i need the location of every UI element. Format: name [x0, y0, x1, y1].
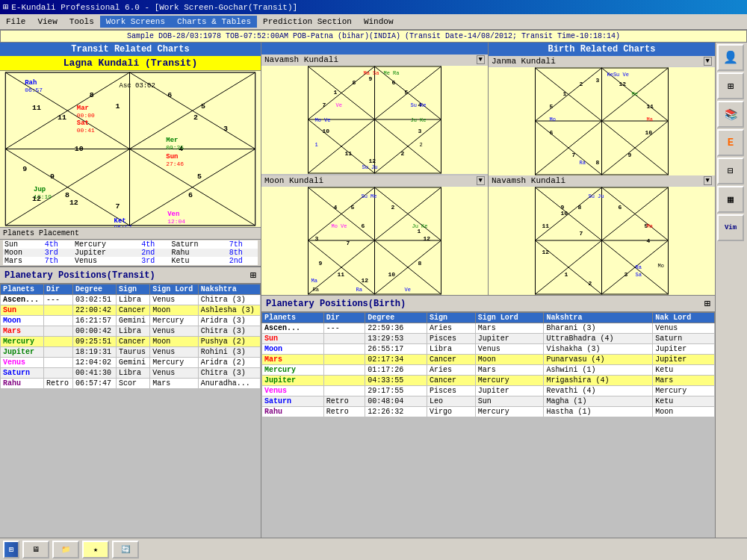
menu-bar: File View Tools Work Screens Charts & Ta… [0, 14, 747, 30]
svg-text:Mer: Mer [166, 137, 178, 144]
planet-transit-title: Planetary Positions(Transit) [4, 270, 155, 281]
grid3-icon: ▦ [728, 193, 734, 205]
grid-button[interactable]: ⊞ [717, 72, 744, 99]
planet-signlord: Mars [475, 365, 544, 376]
bth-dir: Dir [323, 313, 365, 323]
planet-nakshtra: Chitra (3) [198, 295, 260, 305]
svg-text:27:46: 27:46 [166, 161, 184, 167]
planet-nakshtra: Ashlesha (3) [198, 305, 260, 316]
svg-text:Su Ju: Su Ju [362, 164, 378, 170]
bottom-charts-row: Moon Kundali ▼ [261, 175, 715, 295]
from-janma-moon-label: Sun4th Mercury4th Saturn7th Moon3rd Jupi… [0, 240, 261, 267]
navamsh-svg: 9 8 6 5 4 3 2 12 11 10 7 1 [261, 66, 488, 174]
planet-dir [44, 326, 73, 337]
planet-signlord: Moon [475, 355, 544, 365]
start-button[interactable]: ⊞ [3, 541, 19, 559]
planet-degree: 09:25:51 [73, 337, 117, 347]
svg-text:12: 12 [619, 81, 627, 87]
menu-charts[interactable]: Charts & Tables [171, 16, 257, 28]
svg-text:5: 5 [197, 172, 202, 181]
svg-text:5: 5 [201, 102, 205, 111]
svg-text:2: 2 [193, 113, 198, 122]
menu-window[interactable]: Window [358, 16, 400, 28]
svg-text:12: 12 [69, 199, 78, 207]
taskbar-btn1[interactable]: 🖥 [22, 541, 49, 559]
planet-sign: Cancer [117, 305, 150, 316]
svg-text:6: 6 [167, 91, 172, 99]
book-button[interactable]: 📚 [717, 101, 744, 128]
svg-text:Mar: Mar [77, 105, 89, 112]
table-row: Ascen... --- 03:02:51 Libra Venus Chitra… [1, 295, 261, 305]
planet-signlord: Venus [150, 326, 198, 337]
transit-table-container[interactable]: Planets Dir Degree Sign Sign Lord Naksht… [0, 284, 261, 560]
person-button[interactable]: 👤 [717, 44, 744, 71]
title-text: E-Kundali Professional 6.0 - [Work Scree… [11, 3, 297, 12]
planet-degree: 00:41:30 [73, 368, 117, 379]
bth-planets: Planets [262, 313, 324, 323]
svg-text:7: 7 [116, 202, 120, 211]
planet-nakshtra: Hastha (1) [544, 407, 653, 417]
taskbar-btn3[interactable]: ★ [82, 541, 109, 559]
grid2-button[interactable]: ⊟ [717, 158, 744, 184]
planet-name: Mars [262, 355, 324, 365]
planet-sign: Pisces [427, 334, 476, 344]
th-dir: Dir [44, 284, 73, 295]
svg-text:Ra: Ra [313, 287, 319, 293]
planet-naklord: Ketu [653, 365, 715, 376]
svg-text:7: 7 [580, 230, 583, 237]
table-row: Sun 13:29:53 Pisces Jupiter UttraBhadra … [262, 334, 715, 344]
grid-icon-transit[interactable]: ⊞ [250, 269, 256, 281]
menu-file[interactable]: File [0, 16, 31, 28]
right-sidebar: 👤 ⊞ 📚 E ⊟ ▦ Vim [716, 43, 747, 560]
bth-naklord: Nak Lord [653, 313, 715, 323]
svg-text:Me: Me [632, 91, 638, 97]
navamsh-transit-dropdown[interactable]: ▼ [477, 55, 485, 64]
table-row: Mercury 01:17:26 Aries Mars Ashwini (1) … [262, 365, 715, 376]
th-sign: Sign [117, 284, 150, 295]
svg-text:Ju Ke: Ju Ke [411, 117, 427, 123]
menu-workscreens[interactable]: Work Screens [100, 16, 171, 28]
th-signlord: Sign Lord [150, 284, 198, 295]
planet-degree: 13:29:53 [365, 334, 427, 344]
navamsh-birth-chart: Su Ju 9 8 6 5 4 3 2 1 12 11 10 M [489, 187, 715, 295]
navamsh-birth-dropdown[interactable]: ▼ [704, 176, 712, 185]
vim-button[interactable]: Vim [717, 214, 744, 241]
svg-text:8: 8 [596, 159, 600, 166]
table-row: Moon 16:21:57 Gemini Mercury Aridra (3) [1, 316, 261, 326]
planet-dir [323, 344, 365, 355]
svg-text:11: 11 [32, 104, 41, 112]
svg-text:9: 9 [628, 152, 632, 158]
planet-degree: 22:00:42 [73, 305, 117, 316]
planet-dir: Retro [323, 396, 365, 407]
svg-text:11: 11 [542, 223, 550, 229]
bth-degree: Degree [365, 313, 427, 323]
svg-text:Ve: Ve [405, 287, 411, 293]
svg-text:Sun: Sun [166, 153, 178, 161]
planet-dir [44, 316, 73, 326]
planet-dir [323, 365, 365, 376]
menu-view[interactable]: View [31, 16, 63, 28]
birth-table-container[interactable]: Planets Dir Degree Sign Sign Lord Naksht… [261, 312, 715, 554]
taskbar-btn4[interactable]: 🔄 [112, 541, 139, 559]
planet-dir [44, 337, 73, 347]
svg-text:6: 6 [392, 79, 396, 86]
svg-text:2: 2 [420, 142, 423, 148]
moon-kundali-dropdown[interactable]: ▼ [477, 176, 485, 185]
menu-prediction[interactable]: Prediction Section [257, 16, 358, 28]
planet-name: Rahu [262, 407, 324, 417]
e-button[interactable]: E [717, 129, 744, 156]
janma-kundali-dropdown[interactable]: ▼ [704, 57, 712, 66]
taskbar-btn2[interactable]: 📁 [52, 541, 79, 559]
menu-tools[interactable]: Tools [63, 16, 100, 28]
taskbar-icon3: ★ [93, 545, 98, 554]
planet-degree: 00:48:04 [365, 396, 427, 407]
navamsh-birth-title: Navamsh Kundali [492, 176, 565, 185]
transit-planet-table: Planets Dir Degree Sign Sign Lord Naksht… [0, 284, 261, 389]
birth-section-header: Birth Related Charts [489, 43, 715, 56]
planet-dir: Retro [44, 379, 73, 389]
grid-icon-birth[interactable]: ⊞ [704, 297, 710, 310]
planet-naklord: Moon [653, 407, 715, 417]
grid3-button[interactable]: ▦ [717, 186, 744, 213]
planet-name: Mercury [1, 337, 44, 347]
planet-nakshtra: Vishakha (3) [544, 344, 653, 355]
